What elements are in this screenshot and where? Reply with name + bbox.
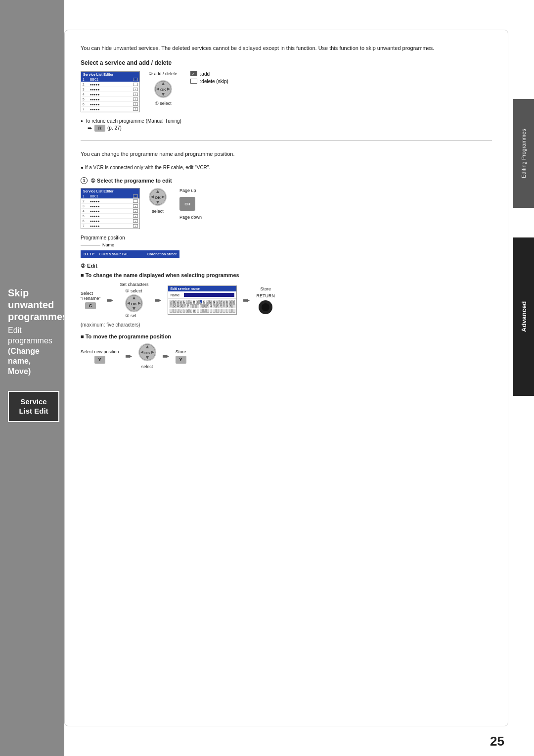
y-button-1[interactable]: Y: [94, 356, 105, 364]
sle-row-s2: 2 ●●●●●: [81, 199, 139, 204]
retune-note: To retune each programme (Manual Tuning): [81, 118, 492, 124]
select-label-2: select: [152, 209, 164, 214]
ok-button-2[interactable]: OK: [149, 188, 167, 206]
service-list-editor-1: Service List Editor 1 BBC1 2 ●●●●● 3 ●●●…: [81, 71, 140, 112]
esd-name-row: Name: [168, 291, 236, 299]
step2-heading: ② Edit: [81, 263, 492, 269]
sle-row-6: 6 ●●●●●: [81, 102, 139, 107]
sle-row-5: 5 ●●●●●: [81, 97, 139, 102]
legend-1: ✓ :add :delete (skip): [190, 71, 228, 84]
svg-text:OK: OK: [155, 195, 161, 200]
ok-button-4[interactable]: OK: [138, 343, 156, 361]
legend-delete: :delete (skip): [190, 79, 228, 84]
ok-section-2: OK select: [149, 188, 167, 214]
store-return-block: Store RETURN: [256, 286, 275, 314]
rename-flow: Select"Rename" G ➨ Set characters ① sele…: [81, 282, 492, 318]
edit-service-dialog: Edit service name Name ABCDEFGHIJKLMNOPQ…: [168, 285, 237, 315]
move-heading: ■ To move the programme position: [81, 333, 492, 339]
svg-point-18: [262, 303, 269, 311]
esd-keyboard: ABCDEFGHIJKLMNOPQRST UVWXYZ1234567890 -.…: [168, 299, 236, 314]
ok-section-1: ② add / delete OK ① select: [149, 71, 178, 106]
sle-header-2: Service List Editor: [81, 189, 139, 194]
ch-section: Page up CH Page down: [179, 188, 202, 220]
left-sidebar: Skipunwantedprogrammes Editprogrammes(Ch…: [0, 0, 64, 756]
ch-button[interactable]: CH: [179, 197, 195, 211]
sle-row-s1: 1 BBC1: [81, 194, 139, 199]
right-tabs: Editing Programmes Advanced: [508, 0, 534, 756]
main-content: You can hide unwanted services. The dele…: [64, 30, 508, 726]
sle-row-s4: 4 ●●●●●: [81, 209, 139, 214]
name-label-row: Name: [81, 242, 179, 247]
add-delete-label: ② add / delete: [149, 71, 178, 76]
flow-arrow-1: ➨: [106, 295, 114, 306]
move-store-block: Store Y: [176, 349, 186, 364]
svg-text:OK: OK: [131, 302, 137, 306]
intro-text-2: You can change the programme name and pr…: [81, 150, 492, 158]
return-label: RETURN: [256, 293, 275, 298]
change-name-heading: ■ To change the name displayed when sele…: [81, 272, 492, 278]
move-flow: Select new position Y ➨ OK select ➨ Stor…: [81, 343, 492, 369]
select-rename-block: Select"Rename" G: [81, 291, 100, 309]
prog-channel: 3 FTP: [84, 252, 94, 256]
sidebar-service-list-edit: Service List Edit: [8, 391, 59, 422]
sle-row-s6: 6 ●●●●●: [81, 219, 139, 224]
ok-move-block: OK select: [138, 343, 156, 369]
sidebar-skip-label: Skipunwantedprogrammes: [8, 287, 68, 323]
move-select-block: Select new position Y: [81, 349, 119, 364]
section-divider: [81, 141, 492, 141]
tab-advanced[interactable]: Advanced: [513, 237, 534, 396]
step1-heading: 1 ① Select the programme to edit: [81, 177, 492, 184]
ok-with-labels: ① select OK ② set: [125, 288, 143, 318]
svg-text:OK: OK: [160, 88, 166, 92]
svg-text:OK: OK: [144, 351, 150, 355]
prog-info: CH05 5.5MHz PAL: [99, 252, 129, 256]
flow-arrow-4: ➨: [125, 351, 133, 362]
service-list-editor-2: Service List Editor 1 BBC1 2 ●●●●● 3 ●●●…: [81, 188, 140, 229]
store-label: Store: [260, 286, 271, 291]
flow-arrow-2: ➨: [154, 295, 162, 306]
max-chars-label: (maximum: five characters): [81, 322, 492, 328]
return-button[interactable]: [259, 300, 272, 314]
sle-header-1: Service List Editor: [81, 72, 139, 77]
sle-row-4: 4 ●●●●●: [81, 92, 139, 97]
section1-heading: Select a service and add / delete: [81, 59, 492, 66]
g-button[interactable]: G: [85, 302, 96, 309]
sle-row-s5: 5 ●●●●●: [81, 214, 139, 219]
flow-arrow-3: ➨: [243, 295, 250, 306]
page-down-label: Page down: [179, 215, 202, 220]
step1-row: Service List Editor 1 BBC1 2 ●●●●● 3 ●●●…: [81, 188, 492, 229]
prog-name-row: Name 3 FTP CH05 5.5MHz PAL Coronation St…: [81, 242, 492, 258]
sle-row-3: 3 ●●●●●: [81, 87, 139, 92]
sle-row-1: 1 BBC1: [81, 77, 139, 82]
name-label: Name: [102, 242, 114, 247]
name-section: Name 3 FTP CH05 5.5MHz PAL Coronation St…: [81, 242, 179, 258]
section1-row: Service List Editor 1 BBC1 2 ●●●●● 3 ●●●…: [81, 71, 492, 112]
r-button[interactable]: R: [94, 125, 105, 132]
page-up-label: Page up: [179, 188, 202, 193]
tab-editing-programmes[interactable]: Editing Programmes: [513, 99, 534, 208]
sidebar-edit-label: Editprogrammes(Change name,Move): [8, 326, 59, 377]
prog-position-label: Programme position: [81, 235, 492, 240]
sle-row-s3: 3 ●●●●●: [81, 204, 139, 209]
select-label-1: ① select: [155, 101, 172, 106]
y-button-2[interactable]: Y: [176, 356, 186, 364]
page-number: 25: [490, 734, 504, 749]
select-label-move: select: [141, 364, 153, 369]
ok-button-1[interactable]: OK: [154, 80, 172, 98]
intro-text-1: You can hide unwanted services. The dele…: [81, 44, 492, 52]
page-ref: ➨ R (p. 27): [88, 125, 492, 132]
vcr-note: If a VCR is connected only with the RF c…: [81, 165, 492, 170]
prog-title: Coronation Street: [147, 252, 177, 256]
ok-button-3[interactable]: OK: [125, 294, 143, 312]
prog-info-bar: 3 FTP CH05 5.5MHz PAL Coronation Street: [81, 250, 179, 258]
sle-row-7: 7 ●●●●●: [81, 107, 139, 112]
set-chars-block: Set characters ① select OK ② set: [120, 282, 148, 318]
flow-arrow-5: ➨: [162, 351, 170, 362]
legend-add: ✓ :add: [190, 71, 228, 77]
sle-row-2: 2 ●●●●●: [81, 82, 139, 87]
sle-row-s7: 7 ●●●●●: [81, 224, 139, 229]
